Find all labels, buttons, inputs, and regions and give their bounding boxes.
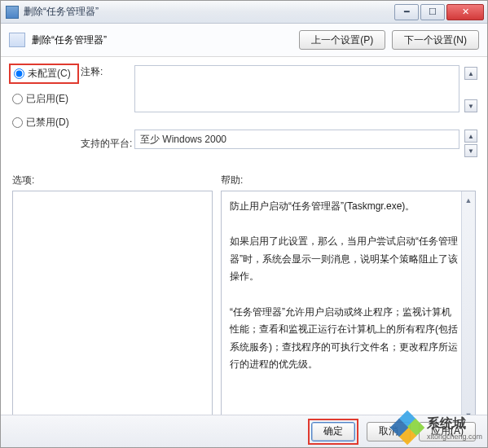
options-panel [12, 191, 213, 425]
window-title: 删除“任务管理器” [24, 5, 393, 19]
panels: 防止用户启动“任务管理器”(Taskmgr.exe)。 如果启用了此设置，那么，… [1, 191, 487, 432]
help-panel: 防止用户启动“任务管理器”(Taskmgr.exe)。 如果启用了此设置，那么，… [221, 191, 476, 425]
config-grid: 未配置(C) 已启用(E) 已禁用(D) 注释: ▲ ▼ 支持的平台: 至少 W… [1, 57, 487, 162]
titlebar: 删除“任务管理器” ━ ☐ ✕ [1, 1, 487, 24]
scroll-up-icon[interactable]: ▲ [465, 191, 473, 209]
apply-button[interactable]: 应用(A) [419, 422, 476, 441]
platform-spin-up[interactable]: ▲ [464, 130, 477, 143]
window-buttons: ━ ☐ ✕ [393, 4, 484, 20]
radio-enabled-input[interactable] [12, 94, 23, 104]
cancel-button-label: 取消 [379, 424, 398, 438]
comment-spin-down[interactable]: ▼ [464, 99, 477, 112]
app-icon [6, 6, 19, 19]
apply-button-label: 应用(A) [431, 424, 464, 438]
comment-spin-up[interactable]: ▲ [464, 67, 477, 80]
comment-spinner: ▲ ▼ [464, 67, 479, 112]
platform-value-box: 至少 Windows 2000 [134, 130, 459, 149]
platform-spinner: ▲ ▼ [464, 130, 479, 157]
help-scrollbar[interactable]: ▲ ▼ [461, 191, 475, 424]
platform-label: 支持的平台: [81, 137, 130, 151]
options-label: 选项: [12, 173, 221, 187]
help-p3: “任务管理器”允许用户启动或终止程序；监视计算机性能；查看和监视正运行在计算机上… [230, 304, 459, 374]
radio-enabled[interactable]: 已启用(E) [12, 92, 76, 106]
radio-enabled-label: 已启用(E) [26, 92, 68, 106]
comment-label: 注释: [81, 65, 130, 79]
help-p1: 防止用户启动“任务管理器”(Taskmgr.exe)。 [230, 198, 459, 216]
comment-textarea[interactable] [134, 65, 459, 112]
close-button[interactable]: ✕ [446, 4, 484, 20]
prev-setting-label: 上一个设置(P) [311, 33, 373, 47]
help-label: 帮助: [221, 173, 243, 187]
minimize-button[interactable]: ━ [394, 4, 419, 20]
next-setting-label: 下一个设置(N) [404, 33, 467, 47]
radio-disabled-input[interactable] [12, 117, 23, 128]
ok-button[interactable]: 确定 [311, 422, 355, 441]
platform-value: 至少 Windows 2000 [140, 133, 226, 147]
platform-spin-down[interactable]: ▼ [464, 144, 477, 157]
mid-labels: 选项: 帮助: [1, 162, 487, 191]
radio-disabled-label: 已禁用(D) [26, 116, 69, 130]
ok-button-label: 确定 [323, 424, 343, 438]
maximize-button[interactable]: ☐ [420, 4, 445, 20]
help-p2: 如果启用了此设置，那么，当用户尝试启动“任务管理器”时，系统会显示一则消息，说明… [230, 233, 459, 286]
next-setting-button[interactable]: 下一个设置(N) [392, 30, 479, 50]
radio-not-configured[interactable]: 未配置(C) [14, 67, 71, 81]
radio-not-configured-input[interactable] [14, 68, 24, 79]
policy-icon [9, 33, 25, 47]
prev-setting-button[interactable]: 上一个设置(P) [299, 30, 385, 50]
client-area: 删除“任务管理器” 上一个设置(P) 下一个设置(N) 未配置(C) 已启用(E… [1, 24, 487, 432]
ok-button-highlight: 确定 [308, 419, 358, 445]
radio-not-configured-label: 未配置(C) [28, 67, 71, 81]
not-configured-highlight: 未配置(C) [9, 64, 79, 84]
footer-bar: 确定 取消 应用(A) [1, 415, 487, 447]
cancel-button[interactable]: 取消 [367, 422, 411, 441]
header-label: 删除“任务管理器” [32, 33, 107, 47]
radio-disabled[interactable]: 已禁用(D) [12, 116, 76, 130]
header-strip: 删除“任务管理器” 上一个设置(P) 下一个设置(N) [1, 24, 487, 57]
